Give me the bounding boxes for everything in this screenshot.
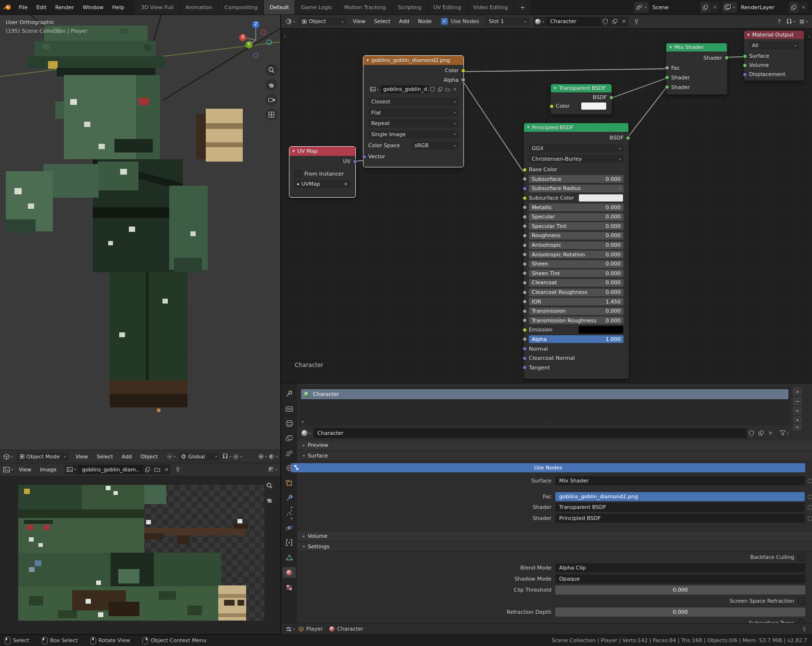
viewport-menu-select[interactable]: Select [92,449,117,464]
editor-type-3d-icon[interactable]: ▾ [2,454,14,460]
source-dropdown[interactable]: Single Image▾ [368,130,459,139]
slot-dropdown[interactable]: Slot 1▾ [486,17,529,25]
socket-output-surface[interactable] [743,54,747,58]
extension-dropdown[interactable]: Repeat▾ [368,119,459,127]
viewport-ortho-toggle-icon[interactable] [265,109,277,121]
editor-type-shader-icon[interactable]: ▾ [284,18,297,25]
node-image-texture-header[interactable]: ▼goblins_goblin_diamond2.png [363,56,463,65]
socket-mix-fac[interactable] [665,66,669,70]
row-socket-icon[interactable] [808,516,812,521]
viewport-zoom-icon[interactable] [265,64,277,76]
shader-menu-add[interactable]: Add [395,14,413,29]
image-menu-view[interactable]: View [14,462,36,477]
socket-clearcoat-roughness[interactable] [523,290,527,294]
colorspace-dropdown[interactable]: sRGB▾ [412,141,459,150]
viewlayer-selector[interactable]: ▾ RenderLayer ✕ [723,2,808,13]
gizmo-y-label[interactable]: Y [248,42,250,47]
image-zoom-icon[interactable] [263,480,275,492]
socket-output-displacement[interactable] [743,72,747,76]
toolbar-toggle-icon[interactable]: › [284,33,286,39]
scene-unlink-icon[interactable]: ✕ [710,2,720,13]
panel-surface[interactable]: ▾Surface [297,451,812,461]
node-transparent-bsdf[interactable]: ▼Transparent BSDF BSDF Color [550,84,612,114]
slider-clearcoat-roughness[interactable]: Clearcoat Roughness0.000 [529,289,624,296]
material-copy2-icon[interactable] [756,428,766,438]
list-resize-grip[interactable]: :::: [545,420,552,425]
swatch-emission[interactable] [578,326,624,334]
shader-type-dropdown[interactable]: Object▾ [299,17,346,25]
properties-tab-output[interactable] [283,418,296,429]
workspace-tab-animation[interactable]: Animation [180,0,219,14]
workspace-tab-compositing[interactable]: Compositing [219,0,264,14]
fake-user-shield-icon[interactable] [600,19,610,25]
editor-options-icon[interactable]: ▾ [797,19,810,25]
workspace-tab-default[interactable]: Default [264,0,295,14]
row-value-field[interactable]: Principled BSDF [555,514,805,523]
uvmap-selector[interactable]: UVMap✕ [294,180,350,188]
viewlayer-copy-icon[interactable] [789,2,799,13]
socket-subsurface-color[interactable] [523,196,527,200]
editor-type-properties-icon[interactable]: ▾ [284,626,297,632]
slider-sheen-tint[interactable]: Sheen Tint0.000 [529,269,624,277]
socket-specular[interactable] [523,215,527,219]
slot-move-up-button[interactable]: ▴ [793,416,802,423]
checkbox-backface-culling[interactable] [798,554,805,561]
material-shield-icon[interactable] [747,428,756,438]
image-browse-icon[interactable]: ▾ [65,467,78,472]
socket-transparent-bsdf-out[interactable] [609,95,613,100]
slider-transmission[interactable]: Transmission0.000 [529,307,624,315]
socket-base-color[interactable] [523,167,527,172]
shader-menu-view[interactable]: View [349,14,370,29]
socket-uv-out[interactable] [353,159,357,164]
scene-selector[interactable]: ▾ Scene ✕ [634,2,720,13]
row-value-field[interactable]: Transparent BSDF [555,503,805,512]
material-name[interactable]: Character [313,428,747,438]
socket-transmission[interactable] [523,309,527,313]
row-socket-icon[interactable] [808,494,812,499]
slider-anisotropic[interactable]: Anisotropic0.000 [529,241,624,249]
socket-transparent-color-in[interactable] [550,104,554,108]
slider-clip-threshold[interactable]: 0.000 [555,585,805,595]
slider-sheen[interactable]: Sheen0.000 [529,260,624,268]
use-nodes-button[interactable]: Use Nodes [291,463,805,472]
socket-alpha-out[interactable] [461,78,465,82]
slider-transmission-roughness[interactable]: Transmission Roughness0.000 [529,317,624,324]
properties-tab-tool[interactable] [283,388,296,399]
display-channels-icon[interactable]: ▾ [267,467,278,472]
from-instancer-checkbox[interactable] [294,170,301,177]
node-principled-bsdf[interactable]: ▼Principled BSDF BSDF GGX▾ Christensen-B… [524,123,629,379]
slot-move-down-button[interactable]: ▾ [793,424,802,431]
socket-normal[interactable] [523,347,527,351]
blender-logo-icon[interactable] [0,4,14,11]
dropdown-blend-mode[interactable]: Alpha Clip [555,563,805,572]
field-subsurface-radius[interactable]: Subsurface Radius▾ [529,185,624,192]
node-principled-header[interactable]: ▼Principled BSDF [524,123,628,132]
socket-emission[interactable] [523,328,527,332]
transparent-color-swatch[interactable] [581,102,607,110]
pin-icon[interactable] [631,19,642,25]
material-browse-sphere-icon[interactable]: ▾ [299,428,313,438]
topbar-menu-render[interactable]: Render [51,0,78,14]
row-expander-icon[interactable]: ▸ [291,494,298,499]
node-image-copy-icon[interactable] [436,85,444,93]
socket-anisotropic-rotation[interactable] [523,253,527,257]
viewport-camera-icon[interactable] [265,94,277,106]
footer-pin-icon[interactable] [799,626,810,632]
socket-metallic[interactable] [523,205,527,210]
distribution-dropdown[interactable]: GGX▾ [529,144,624,152]
socket-color-out[interactable] [461,68,465,73]
socket-subsurface[interactable] [523,177,527,181]
mode-dropdown[interactable]: Object Mode▾ [17,453,69,461]
snapping-icon[interactable]: ▾ [785,19,797,25]
slider-metallic[interactable]: Metallic0.000 [529,203,624,211]
node-image-browse-icon[interactable]: ▾ [368,85,381,93]
viewport-3d[interactable]: User Orthographic (195) Scene Collection… [0,15,280,450]
row-socket-icon[interactable] [808,505,812,510]
socket-specular-tint[interactable] [523,224,527,228]
material-slot-row[interactable]: Character [301,389,788,399]
properties-tab-scene[interactable] [283,448,296,458]
topbar-menu-help[interactable]: Help [108,0,128,14]
image-open-folder-icon[interactable] [152,467,162,472]
subsurface-method-dropdown[interactable]: Christensen-Burley▾ [529,155,624,163]
panel-volume[interactable]: ▸Volume [297,532,812,541]
